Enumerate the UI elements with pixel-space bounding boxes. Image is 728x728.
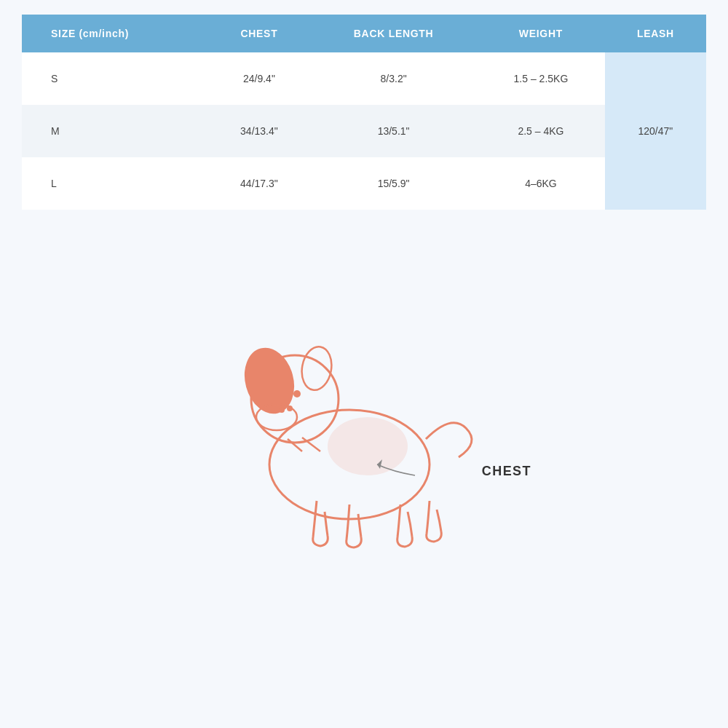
table-row: L44/17.3"15/5.9"4–6KG <box>22 157 706 210</box>
svg-point-5 <box>279 407 285 413</box>
cell-back_length: 13/5.1" <box>310 105 477 157</box>
svg-point-6 <box>287 405 293 411</box>
svg-point-10 <box>328 417 408 475</box>
cell-back_length: 8/3.2" <box>310 52 477 105</box>
header-leash: LEASH <box>605 15 706 52</box>
cell-weight: 4–6KG <box>477 157 605 210</box>
page-wrapper: SIZE (cm/inch) CHEST BACK LENGTH WEIGHT … <box>0 0 728 728</box>
cell-size: L <box>22 157 208 210</box>
cell-leash <box>605 157 706 210</box>
svg-point-7 <box>293 390 301 397</box>
cell-size: S <box>22 52 208 105</box>
chest-label: CHEST <box>482 464 531 479</box>
table-header-row: SIZE (cm/inch) CHEST BACK LENGTH WEIGHT … <box>22 15 706 52</box>
cell-weight: 2.5 – 4KG <box>477 105 605 157</box>
cell-size: M <box>22 105 208 157</box>
cell-back_length: 15/5.9" <box>310 157 477 210</box>
table-row: M34/13.4"13/5.1"2.5 – 4KG120/47" <box>22 105 706 157</box>
size-chart-table: SIZE (cm/inch) CHEST BACK LENGTH WEIGHT … <box>22 15 706 210</box>
header-back-length: BACK LENGTH <box>310 15 477 52</box>
cell-chest: 34/13.4" <box>208 105 310 157</box>
cell-leash <box>605 52 706 105</box>
header-chest: CHEST <box>208 15 310 52</box>
header-weight: WEIGHT <box>477 15 605 52</box>
header-size: SIZE (cm/inch) <box>22 15 208 52</box>
cell-weight: 1.5 – 2.5KG <box>477 52 605 105</box>
dog-svg <box>182 253 546 559</box>
table-row: S24/9.4"8/3.2"1.5 – 2.5KG <box>22 52 706 105</box>
cell-chest: 44/17.3" <box>208 157 310 210</box>
cell-leash: 120/47" <box>605 105 706 157</box>
cell-chest: 24/9.4" <box>208 52 310 105</box>
svg-line-9 <box>288 439 302 451</box>
dog-illustration: CHEST <box>182 253 546 559</box>
svg-point-3 <box>298 344 335 392</box>
